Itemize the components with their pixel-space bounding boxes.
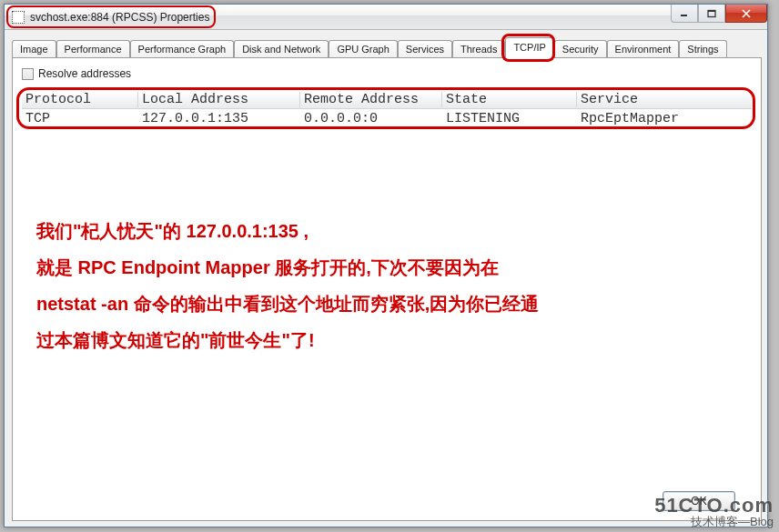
tab-strip: ImagePerformancePerformance GraphDisk an… — [12, 37, 762, 57]
cell-local: 127.0.0.1:135 — [138, 111, 300, 126]
table-row[interactable]: TCP 127.0.0.1:135 0.0.0.0:0 LISTENING Rp… — [22, 109, 752, 126]
maximize-icon — [707, 9, 716, 18]
resolve-addresses-checkbox[interactable] — [22, 68, 34, 80]
annotation-line: 过本篇博文知道它的"前世今生"了! — [36, 322, 728, 358]
tab-tcp-ip[interactable]: TCP/IP — [505, 37, 553, 58]
col-service[interactable]: Service — [577, 92, 743, 107]
connections-table: Protocol Local Address Remote Address St… — [22, 91, 752, 126]
annotation-line: 我们"杞人忧天"的 127.0.0.1:135 , — [36, 213, 728, 249]
tab-strings[interactable]: Strings — [679, 40, 726, 58]
cell-state: LISTENING — [442, 111, 577, 126]
cell-remote: 0.0.0.0:0 — [300, 111, 442, 126]
tab-services[interactable]: Services — [398, 40, 452, 58]
minimize-button[interactable] — [671, 5, 698, 23]
col-state[interactable]: State — [442, 92, 577, 107]
tab-environment[interactable]: Environment — [607, 40, 680, 58]
table-header: Protocol Local Address Remote Address St… — [22, 91, 752, 109]
close-icon — [741, 9, 752, 18]
tab-threads[interactable]: Threads — [452, 40, 505, 58]
cell-service: RpcEptMapper — [577, 111, 743, 126]
close-button[interactable] — [725, 5, 767, 23]
col-protocol[interactable]: Protocol — [22, 92, 138, 107]
system-menu-icon[interactable] — [12, 11, 25, 24]
ok-label: OK — [691, 495, 706, 507]
tab-security[interactable]: Security — [554, 40, 607, 58]
ok-button[interactable]: OK — [663, 491, 735, 511]
resolve-addresses-row: Resolve addresses — [22, 67, 131, 80]
tab-performance[interactable]: Performance — [56, 40, 130, 58]
annotation-text: 我们"杞人忧天"的 127.0.0.1:135 , 就是 RPC Endpoin… — [36, 213, 728, 358]
tab-gpu-graph[interactable]: GPU Graph — [329, 40, 397, 58]
col-remote-address[interactable]: Remote Address — [300, 92, 442, 107]
tab-performance-graph[interactable]: Performance Graph — [130, 40, 235, 58]
annotation-line: netstat -an 命令的输出中看到这个地址而穷紧张,因为你已经通 — [36, 286, 728, 322]
col-local-address[interactable]: Local Address — [138, 92, 300, 107]
resolve-addresses-label[interactable]: Resolve addresses — [38, 67, 131, 80]
minimize-icon — [680, 9, 689, 18]
tab-panel-tcpip: Resolve addresses Protocol Local Address… — [12, 57, 762, 521]
titlebar[interactable]: svchost.exe:884 (RPCSS) Properties — [5, 5, 767, 30]
client-area: ImagePerformancePerformance GraphDisk an… — [12, 37, 762, 521]
window-title: svchost.exe:884 (RPCSS) Properties — [30, 11, 209, 24]
tab-image[interactable]: Image — [12, 40, 56, 58]
maximize-button[interactable] — [698, 5, 725, 23]
properties-window: svchost.exe:884 (RPCSS) Properties Image… — [4, 4, 768, 527]
annotation-line: 就是 RPC Endpoint Mapper 服务打开的,下次不要因为在 — [36, 249, 728, 286]
cell-protocol: TCP — [22, 111, 138, 126]
tab-disk-and-network[interactable]: Disk and Network — [234, 40, 329, 58]
window-controls — [671, 5, 767, 23]
